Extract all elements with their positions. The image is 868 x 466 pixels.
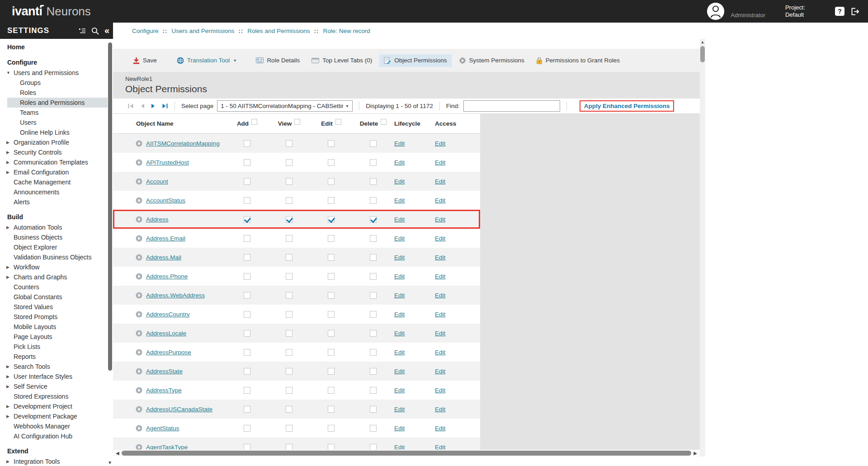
delete-checkbox[interactable] [370,425,377,432]
sidebar-item[interactable]: Validation Business Objects [0,252,108,262]
add-checkbox[interactable] [244,311,250,318]
sidebar-item[interactable]: Cache Management [0,177,108,187]
lifecycle-edit-link[interactable]: Edit [394,425,405,432]
delete-checkbox[interactable] [370,292,377,299]
view-checkbox[interactable] [286,368,292,375]
user-avatar[interactable] [707,3,724,20]
logout-button[interactable] [851,8,859,15]
expand-row-icon[interactable] [136,311,142,318]
access-edit-link[interactable]: Edit [435,159,445,166]
lifecycle-edit-link[interactable]: Edit [394,387,405,394]
sidebar-item[interactable]: ▼ Users and Permissions [0,68,108,78]
object-name-link[interactable]: Account [146,178,168,185]
edit-checkbox[interactable] [328,235,335,242]
add-checkbox[interactable] [244,159,250,166]
tree-view-icon[interactable] [79,28,86,34]
object-name-link[interactable]: APITrustedHost [146,159,189,166]
edit-checkbox[interactable] [328,140,335,147]
edit-checkbox[interactable] [328,197,335,204]
add-checkbox[interactable] [244,254,250,261]
delete-checkbox[interactable] [370,273,377,280]
sidebar-item[interactable]: Mobile Layouts [0,322,108,332]
sidebar-item[interactable]: ▶ Communication Templates [0,157,108,167]
translation-tool-button[interactable]: Translation Tool ▾ [172,54,241,67]
collapse-sidebar-icon[interactable]: « [104,26,109,35]
access-edit-link[interactable]: Edit [435,368,445,375]
view-checkbox[interactable] [286,197,292,204]
delete-checkbox[interactable] [370,197,377,204]
view-checkbox[interactable] [286,292,292,299]
access-edit-link[interactable]: Edit [435,444,445,450]
expander-icon[interactable]: ▶ [6,167,9,177]
select-all-add-checkbox[interactable] [251,119,257,125]
lifecycle-edit-link[interactable]: Edit [394,330,405,337]
object-name-link[interactable]: AddressLocale [146,330,186,337]
lifecycle-edit-link[interactable]: Edit [394,159,405,166]
prev-page-button[interactable] [140,104,145,108]
sidebar-section-header[interactable]: Configure [0,57,113,68]
lifecycle-edit-link[interactable]: Edit [394,216,405,223]
edit-checkbox[interactable] [328,444,335,450]
sidebar-item[interactable]: Stored Values [0,302,108,312]
sidebar-item[interactable]: Online Help Links [0,127,108,137]
expander-icon[interactable]: ▶ [6,272,9,282]
add-checkbox[interactable] [244,178,250,185]
object-permissions-tab[interactable]: Object Permissions [379,54,451,67]
delete-checkbox[interactable] [370,387,377,394]
object-name-link[interactable]: AccountStatus [146,197,185,204]
lifecycle-edit-link[interactable]: Edit [394,368,405,375]
delete-checkbox[interactable] [370,368,377,375]
object-name-link[interactable]: AddressCountry [146,311,190,318]
select-page-dropdown[interactable]: 1 - 50 AIITSMCorrelationMapping - CABSet… [217,100,353,112]
object-name-link[interactable]: AgentTaskType [146,444,188,450]
add-checkbox[interactable] [244,349,250,356]
expander-icon[interactable]: ▶ [6,381,9,391]
view-checkbox[interactable] [286,159,292,166]
delete-checkbox[interactable] [370,349,377,356]
sidebar-item[interactable]: Users [0,118,108,127]
sidebar-item[interactable]: ▶ User Interface Styles [0,372,108,381]
sidebar-item[interactable]: Stored Prompts [0,312,108,322]
sidebar-item[interactable]: Alerts [0,197,108,207]
access-edit-link[interactable]: Edit [435,425,445,432]
expander-icon[interactable]: ▶ [6,372,9,381]
find-input[interactable] [463,100,560,112]
edit-checkbox[interactable] [328,216,335,223]
sidebar-item[interactable]: Pick Lists [0,342,108,352]
add-checkbox[interactable] [244,216,250,223]
add-checkbox[interactable] [244,444,250,450]
view-checkbox[interactable] [286,273,292,280]
access-edit-link[interactable]: Edit [435,197,445,204]
sidebar-item[interactable]: ▶ Development Package [0,411,108,421]
expand-row-icon[interactable] [136,330,142,337]
role-details-tab[interactable]: Role Details [251,54,304,66]
sidebar-scroll-down-icon[interactable]: ▼ [108,460,112,465]
lifecycle-edit-link[interactable]: Edit [394,406,405,413]
view-checkbox[interactable] [286,406,292,413]
breadcrumb-item[interactable]: Users and Permissions [172,28,235,34]
search-icon[interactable] [91,27,99,35]
add-checkbox[interactable] [244,387,250,394]
access-edit-link[interactable]: Edit [435,292,445,299]
delete-checkbox[interactable] [370,216,377,223]
system-permissions-tab[interactable]: System Permissions [454,54,529,67]
object-name-link[interactable]: AddressType [146,387,182,394]
expander-icon[interactable]: ▶ [6,262,9,272]
access-edit-link[interactable]: Edit [435,216,445,223]
sidebar-item[interactable]: ▶ Automation Tools [0,222,108,232]
sidebar-item[interactable]: Teams [0,108,108,118]
delete-checkbox[interactable] [370,254,377,261]
expander-icon[interactable]: ▶ [6,457,9,466]
object-name-link[interactable]: AgentStatus [146,425,179,432]
add-checkbox[interactable] [244,330,250,337]
scroll-right-icon[interactable]: ▶ [692,451,698,456]
permissions-to-grant-roles-tab[interactable]: Permissions to Grant Roles [532,54,624,67]
horizontal-scrollbar-thumb[interactable] [122,451,692,456]
object-name-link[interactable]: AddressState [146,368,183,375]
expander-icon[interactable]: ▶ [6,401,9,411]
expand-row-icon[interactable] [136,216,142,223]
delete-checkbox[interactable] [370,159,377,166]
view-checkbox[interactable] [286,254,292,261]
sidebar-item[interactable]: Object Explorer [0,242,108,252]
access-edit-link[interactable]: Edit [435,235,445,242]
